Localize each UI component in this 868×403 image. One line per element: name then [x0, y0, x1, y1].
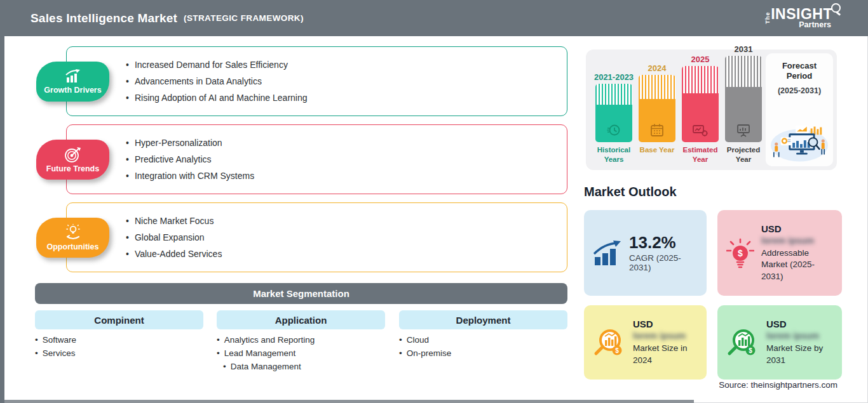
cagr-card: 13.2% CAGR (2025-2031) — [584, 210, 707, 296]
list-item: Niche Market Focus — [126, 216, 554, 226]
timeline-year: 2024 — [648, 63, 667, 73]
future-trends-badge: Future Trends — [36, 140, 109, 180]
timeline-bar — [639, 75, 675, 142]
bottom-border — [4, 400, 694, 403]
opportunities-list: Niche Market Focus Global Expansion Valu… — [67, 203, 567, 272]
list-item: Hyper-Personalization — [126, 138, 554, 148]
bar-stripes — [639, 75, 675, 99]
list-item: Software — [35, 333, 203, 347]
list-item: Advancements in Data Analytics — [126, 76, 554, 86]
bar-stripes — [595, 84, 632, 105]
forecast-period-title: Forecast Period — [777, 61, 822, 82]
logo-partners-text: Partners — [799, 20, 831, 29]
timeline-col-projected: 2031 Projected Year — [725, 44, 762, 166]
growth-drivers-badge: Growth Drivers — [36, 62, 109, 102]
card-caption: Market Size in 2024 — [633, 343, 698, 366]
future-trends-box: Future Trends Hyper-Personalization Pred… — [66, 124, 567, 194]
timeline-label: Projected Year — [725, 145, 762, 166]
list-item: Increased Demand for Sales Efficiency — [126, 60, 554, 70]
opportunities-box: Opportunities Niche Market Focus Global … — [66, 202, 567, 272]
market-size-2031-card: $ USD lorem ipsum Market Size by 2031 — [717, 305, 842, 380]
card-caption: Addressable Market (2025-2031) — [761, 248, 833, 282]
market-segmentation-header: Market Segmentation — [35, 283, 567, 304]
svg-text:$: $ — [738, 248, 743, 258]
timeline-label: Historical Years — [595, 145, 632, 166]
header-bar: Sales Intelligence Market (STRATEGIC FRA… — [4, 0, 868, 36]
forecast-period-range: (2025-2031) — [778, 86, 821, 95]
insight-partners-logo: The INSIGHT Partners — [761, 7, 832, 29]
timeline-label: Base Year — [640, 145, 675, 166]
timeline-bars: 2021-2023 Historical Years 2024 — [595, 44, 762, 166]
cagr-caption: CAGR (2025-2031) — [629, 253, 698, 272]
bulb-hand-icon — [64, 224, 82, 241]
blurred-value: lorem ipsum — [761, 235, 833, 246]
currency-label: USD — [633, 319, 698, 329]
card-caption: Market Size by 2031 — [766, 343, 833, 366]
magnifier-handle-icon — [836, 11, 841, 15]
currency-label: USD — [761, 223, 833, 234]
list-item: Integration with CRM Systems — [126, 171, 554, 181]
list-item: Services — [35, 347, 203, 360]
segment-header-application: Application — [217, 310, 385, 329]
growth-drivers-box: Growth Drivers Increased Demand for Sale… — [66, 46, 567, 116]
currency-label: USD — [766, 319, 833, 329]
svg-text:$: $ — [749, 347, 752, 354]
timeline-bar — [725, 56, 762, 142]
svg-text:$: $ — [615, 347, 619, 354]
target-dart-icon — [64, 147, 82, 163]
growth-bars-arrow-icon — [593, 240, 622, 267]
segment-header-deployment: Deployment — [399, 310, 567, 329]
opportunities-label: Opportunities — [47, 242, 99, 251]
market-outlook-cards: 13.2% CAGR (2025-2031) $ USD lorem ipsum… — [584, 210, 842, 380]
timeline-bar — [595, 84, 632, 142]
timeline-label: Estimated Year — [682, 145, 719, 166]
future-trends-label: Future Trends — [46, 164, 99, 173]
page-subtitle: (STRATEGIC FRAMEWORK) — [184, 13, 304, 23]
list-item: Predictive Analytics — [126, 154, 554, 164]
segment-list-application: Analytics and Reporting Lead Management … — [217, 333, 385, 373]
list-item: On-premise — [399, 347, 567, 360]
magnifier-chart-icon: $ — [593, 326, 626, 359]
segment-list-deployment: Cloud On-premise — [399, 333, 567, 360]
timeline-col-base: 2024 Base Year — [639, 63, 675, 166]
clock-icon — [606, 122, 621, 138]
bar-stripes — [725, 56, 762, 87]
opportunities-badge: Opportunities — [36, 218, 109, 258]
growth-drivers-label: Growth Drivers — [44, 86, 101, 95]
magnifier-chart-icon: $ — [726, 326, 759, 359]
market-outlook-heading: Market Outlook — [584, 185, 677, 199]
list-item: Analytics and Reporting — [217, 333, 385, 347]
page-title: Sales Intelligence Market — [31, 11, 177, 25]
future-trends-list: Hyper-Personalization Predictive Analyti… — [67, 125, 567, 194]
presentation-icon — [736, 122, 751, 138]
addressable-market-card: $ USD lorem ipsum Addressable Market (20… — [717, 210, 842, 296]
market-size-2024-card: $ USD lorem ipsum Market Size in 2024 — [584, 305, 707, 380]
timeline-col-historical: 2021-2023 Historical Years — [595, 72, 632, 166]
logo-insight-text: INSIGHT — [771, 7, 832, 22]
bar-chart-rising-icon — [64, 69, 83, 84]
infographic-page: Sales Intelligence Market (STRATEGIC FRA… — [0, 0, 868, 403]
forecast-period-card: Forecast Period (2025-2031) — [766, 53, 833, 166]
list-item: Global Expansion — [126, 232, 554, 242]
cagr-value: 13.2% — [629, 234, 698, 252]
growth-drivers-list: Increased Demand for Sales Efficiency Ad… — [67, 47, 567, 116]
bulb-dollar-icon: $ — [726, 237, 754, 270]
timeline-col-estimated: 2025 Estimated Year — [682, 55, 719, 166]
analytics-illustration — [768, 123, 831, 162]
chart-gear-icon — [692, 122, 709, 138]
list-item: Value-Added Services — [126, 249, 554, 259]
timeline-bar — [682, 66, 719, 142]
list-item: Lead Management — [217, 347, 385, 360]
blurred-value: lorem ipsum — [633, 331, 698, 341]
list-item: Cloud — [399, 333, 567, 347]
calendar-icon — [649, 122, 665, 138]
source-attribution: Source: theinsightpartners.com — [719, 380, 837, 390]
timeline-panel: 2021-2023 Historical Years 2024 — [586, 50, 837, 170]
bar-stripes — [682, 66, 719, 93]
list-item: Data Management — [223, 360, 385, 373]
timeline-year: 2021-2023 — [594, 72, 634, 82]
timeline-year: 2031 — [735, 44, 753, 54]
segment-list-component: Software Services — [35, 333, 203, 360]
blurred-value: lorem ipsum — [766, 331, 833, 341]
segment-header-component: Compinent — [35, 310, 203, 329]
